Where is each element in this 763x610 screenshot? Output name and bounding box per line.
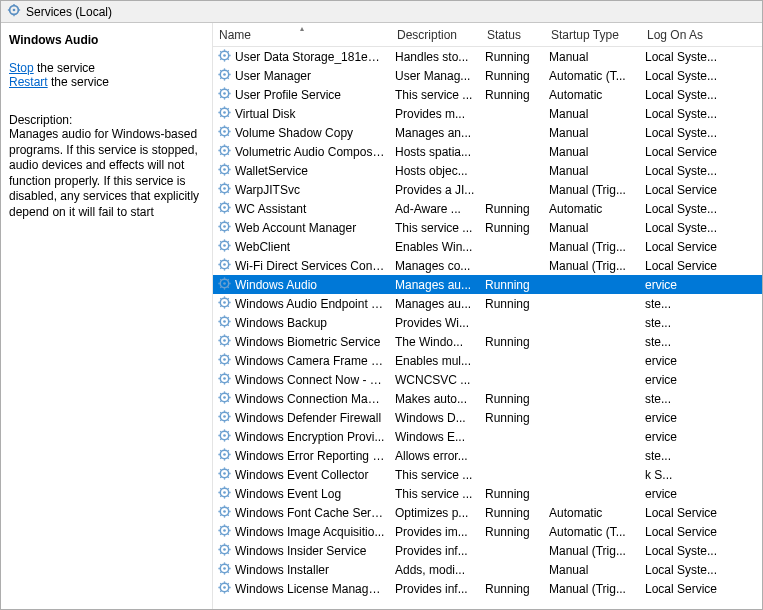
table-row[interactable]: Windows Encryption Provi...Windows E...e… bbox=[213, 427, 762, 446]
svg-line-132 bbox=[220, 279, 221, 280]
service-name: User Profile Service bbox=[235, 88, 385, 102]
table-row[interactable]: Windows InstallerAdds, modi...ManualLoca… bbox=[213, 560, 762, 579]
column-log-on-as[interactable]: Log On As bbox=[641, 25, 731, 45]
svg-line-32 bbox=[220, 89, 221, 90]
service-name: WebClient bbox=[235, 240, 385, 254]
service-name: Windows Defender Firewall bbox=[235, 411, 385, 425]
service-startup: Automatic bbox=[545, 506, 641, 520]
table-row[interactable]: Web Account ManagerThis service ...Runni… bbox=[213, 218, 762, 237]
table-row[interactable]: Windows AudioManages au...Runningervice bbox=[213, 275, 762, 294]
svg-line-203 bbox=[228, 419, 229, 420]
service-description: This service ... bbox=[391, 468, 481, 482]
column-name[interactable]: Name ▴ bbox=[213, 25, 391, 45]
svg-line-112 bbox=[220, 241, 221, 242]
service-icon bbox=[217, 333, 232, 351]
table-row[interactable]: User Data Storage_181e8d93Handles sto...… bbox=[213, 47, 762, 66]
svg-point-267 bbox=[223, 548, 226, 551]
svg-line-282 bbox=[220, 564, 221, 565]
table-row[interactable]: Windows Camera Frame Se...Enables mul...… bbox=[213, 351, 762, 370]
svg-line-255 bbox=[220, 514, 221, 515]
service-name: Windows Audio bbox=[235, 278, 385, 292]
service-icon bbox=[217, 352, 232, 370]
service-name: WC Assistant bbox=[235, 202, 385, 216]
table-row[interactable]: Windows Event CollectorThis service ...k… bbox=[213, 465, 762, 484]
stop-link[interactable]: Stop bbox=[9, 61, 34, 75]
table-row[interactable]: Windows Audio Endpoint B...Manages au...… bbox=[213, 294, 762, 313]
svg-line-214 bbox=[228, 431, 229, 432]
table-row[interactable]: User Profile ServiceThis service ...Runn… bbox=[213, 85, 762, 104]
table-row[interactable]: WarpJITSvcProvides a JI...Manual (Trig..… bbox=[213, 180, 762, 199]
column-startup-type[interactable]: Startup Type bbox=[545, 25, 641, 45]
svg-line-134 bbox=[228, 279, 229, 280]
service-description: The Windo... bbox=[391, 335, 481, 349]
service-startup: Automatic bbox=[545, 202, 641, 216]
service-icon bbox=[217, 447, 232, 465]
table-row[interactable]: Windows Error Reporting Se...Allows erro… bbox=[213, 446, 762, 465]
service-logon: Local Syste... bbox=[641, 202, 731, 216]
table-row[interactable]: Windows Connect Now - C...WCNCSVC ...erv… bbox=[213, 370, 762, 389]
service-description: Manages co... bbox=[391, 259, 481, 273]
table-row[interactable]: Windows Event LogThis service ...Running… bbox=[213, 484, 762, 503]
restart-link[interactable]: Restart bbox=[9, 75, 48, 89]
service-startup: Automatic (T... bbox=[545, 525, 641, 539]
table-row[interactable]: User ManagerUser Manag...RunningAutomati… bbox=[213, 66, 762, 85]
service-status: Running bbox=[481, 221, 545, 235]
table-row[interactable]: Volume Shadow CopyManages an...ManualLoc… bbox=[213, 123, 762, 142]
svg-line-44 bbox=[228, 108, 229, 109]
service-name: Windows License Manager ... bbox=[235, 582, 385, 596]
service-icon bbox=[217, 86, 232, 104]
svg-point-257 bbox=[223, 529, 226, 532]
svg-line-272 bbox=[220, 545, 221, 546]
service-description: Enables Win... bbox=[391, 240, 481, 254]
service-icon bbox=[217, 48, 232, 66]
table-row[interactable]: Virtual DiskProvides m...ManualLocal Sys… bbox=[213, 104, 762, 123]
service-description: Provides inf... bbox=[391, 544, 481, 558]
svg-line-113 bbox=[228, 248, 229, 249]
svg-line-54 bbox=[228, 127, 229, 128]
service-startup: Manual bbox=[545, 563, 641, 577]
service-logon: Local Service bbox=[641, 183, 731, 197]
table-row[interactable]: Windows Font Cache ServiceOptimizes p...… bbox=[213, 503, 762, 522]
service-startup: Manual bbox=[545, 145, 641, 159]
service-status: Running bbox=[481, 50, 545, 64]
service-description: Optimizes p... bbox=[391, 506, 481, 520]
svg-point-27 bbox=[223, 92, 226, 95]
service-description: Hosts spatia... bbox=[391, 145, 481, 159]
service-description: User Manag... bbox=[391, 69, 481, 83]
svg-line-133 bbox=[228, 286, 229, 287]
svg-point-1 bbox=[13, 9, 16, 12]
table-row[interactable]: Windows License Manager ...Provides inf.… bbox=[213, 579, 762, 598]
table-row[interactable]: WalletServiceHosts objec...ManualLocal S… bbox=[213, 161, 762, 180]
service-status: Running bbox=[481, 69, 545, 83]
service-startup: Automatic (T... bbox=[545, 69, 641, 83]
table-row[interactable]: WC AssistantAd-Aware ...RunningAutomatic… bbox=[213, 199, 762, 218]
service-name: Windows Encryption Provi... bbox=[235, 430, 385, 444]
svg-point-227 bbox=[223, 472, 226, 475]
table-row[interactable]: Windows Defender FirewallWindows D...Run… bbox=[213, 408, 762, 427]
svg-line-195 bbox=[220, 400, 221, 401]
column-status[interactable]: Status bbox=[481, 25, 545, 45]
table-row[interactable]: Windows Biometric ServiceThe Windo...Run… bbox=[213, 332, 762, 351]
table-row[interactable]: Windows BackupProvides Wi...ste... bbox=[213, 313, 762, 332]
column-description[interactable]: Description bbox=[391, 25, 481, 45]
table-row[interactable]: Windows Connection Mana...Makes auto...R… bbox=[213, 389, 762, 408]
table-row[interactable]: Windows Image Acquisitio...Provides im..… bbox=[213, 522, 762, 541]
svg-point-207 bbox=[223, 434, 226, 437]
svg-line-73 bbox=[228, 172, 229, 173]
svg-line-104 bbox=[228, 222, 229, 223]
table-row[interactable]: Volumetric Audio Composit...Hosts spatia… bbox=[213, 142, 762, 161]
table-row[interactable]: WebClientEnables Win...Manual (Trig...Lo… bbox=[213, 237, 762, 256]
service-startup: Manual (Trig... bbox=[545, 582, 641, 596]
service-description: Windows D... bbox=[391, 411, 481, 425]
service-icon bbox=[217, 523, 232, 541]
service-description: This service ... bbox=[391, 88, 481, 102]
table-row[interactable]: Wi-Fi Direct Services Conne...Manages co… bbox=[213, 256, 762, 275]
service-logon: Local Syste... bbox=[641, 107, 731, 121]
svg-line-262 bbox=[220, 526, 221, 527]
svg-line-185 bbox=[220, 381, 221, 382]
service-name: Volume Shadow Copy bbox=[235, 126, 385, 140]
table-row[interactable]: Windows Insider ServiceProvides inf...Ma… bbox=[213, 541, 762, 560]
svg-line-225 bbox=[220, 457, 221, 458]
service-logon: Local Service bbox=[641, 506, 731, 520]
svg-line-114 bbox=[228, 241, 229, 242]
